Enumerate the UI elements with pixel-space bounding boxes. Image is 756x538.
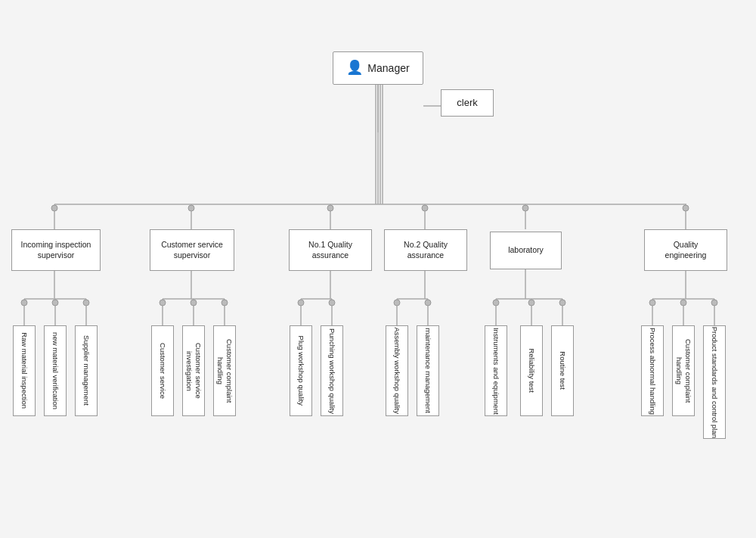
svg-point-16 [522,205,528,211]
svg-point-10 [188,205,194,211]
clerk-label: clerk [457,97,477,110]
svg-point-18 [683,205,689,211]
l3-process-abnormal-label: Process abnormal handling [648,327,657,414]
svg-point-62 [711,300,717,306]
l2-quality-eng-label: Quality engineering [665,240,707,260]
l3-product-standards: Product standards and control plan [703,325,726,439]
manager-label: Manager [367,61,409,75]
l3-routine-test: Routine test [551,325,574,416]
l2-laboratory: laboratory [490,232,562,269]
l2-no1-quality: No.1 Quality assurance [289,229,372,271]
svg-point-60 [680,300,686,306]
svg-point-12 [327,205,333,211]
l2-quality-engineering: Quality engineering [644,229,727,271]
l2-no2-quality: No.2 Quality assurance [384,229,467,271]
l3-reliability-label: Reliability test [527,349,536,393]
l3-maintenance-label: maintenance management [423,328,432,414]
l3-customer-service: Customer service [151,325,174,416]
svg-point-8 [51,205,57,211]
svg-point-54 [559,300,565,306]
manager-node: 👤 Manager [333,51,423,85]
svg-point-58 [649,300,655,306]
l2-no1-quality-label: No.1 Quality assurance [308,240,352,260]
svg-point-44 [394,300,400,306]
l3-new-material-label: new material verification [51,332,60,409]
l3-raw-material: Raw material inspection [13,325,36,416]
l3-raw-material-label: Raw material inspection [20,333,29,409]
svg-point-26 [83,300,89,306]
svg-point-50 [493,300,499,306]
clerk-node: clerk [441,89,494,117]
l3-punching-workshop: Punching workshop quality [321,325,343,416]
l3-punching-workshop-label: Punching workshop quality [327,328,336,414]
svg-point-46 [425,300,431,306]
l3-customer-service-label: Customer service [158,343,167,399]
l2-incoming-inspection: Incoming inspection supervisor [11,229,101,271]
svg-point-40 [329,300,335,306]
l3-supplier-mgmt: Supplier management [75,325,98,416]
l3-cs-investigation-label: Customer service investigation [184,326,203,415]
l3-maintenance: maintenance management [417,325,439,416]
l3-customer-complaint-qe-label: Customer complaint handling [674,326,693,415]
l3-assembly-workshop-label: Assembly workshop quality [392,328,401,415]
l3-cs-complaint-label: Customer complaint handling [215,326,234,415]
svg-point-34 [222,300,228,306]
svg-point-38 [298,300,304,306]
l3-reliability-test: Reliability test [520,325,543,416]
l2-no2-quality-label: No.2 Quality assurance [404,240,448,260]
l3-cs-complaint: Customer complaint handling [213,325,236,416]
l3-plug-workshop-label: Plug workshop quality [296,336,305,406]
l3-new-material: new material verification [44,325,67,416]
l3-cs-investigation: Customer service investigation [182,325,205,416]
l2-incoming-label: Incoming inspection supervisor [21,240,91,260]
l3-supplier-mgmt-label: Supplier management [82,336,91,406]
l2-laboratory-label: laboratory [508,245,544,256]
l3-product-standards-label: Product standards and control plan [710,326,719,437]
svg-point-30 [160,300,166,306]
l3-instruments: Instruments and equipment [485,325,507,416]
l2-customer-service-sup-label: Customer service supervisor [161,240,223,260]
l3-plug-workshop: Plug workshop quality [290,325,312,416]
svg-point-22 [21,300,27,306]
l3-customer-complaint-qe: Customer complaint handling [672,325,695,416]
l2-customer-service-sup: Customer service supervisor [150,229,234,271]
svg-point-14 [422,205,428,211]
l3-routine-label: Routine test [558,352,567,390]
manager-icon: 👤 [346,59,363,76]
l3-process-abnormal: Process abnormal handling [641,325,664,416]
svg-point-32 [191,300,197,306]
svg-point-52 [528,300,534,306]
org-chart: 👤 Manager clerk Incoming inspection supe… [0,0,756,538]
l3-instruments-label: Instruments and equipment [491,327,500,414]
svg-point-24 [52,300,58,306]
l3-assembly-workshop: Assembly workshop quality [386,325,408,416]
